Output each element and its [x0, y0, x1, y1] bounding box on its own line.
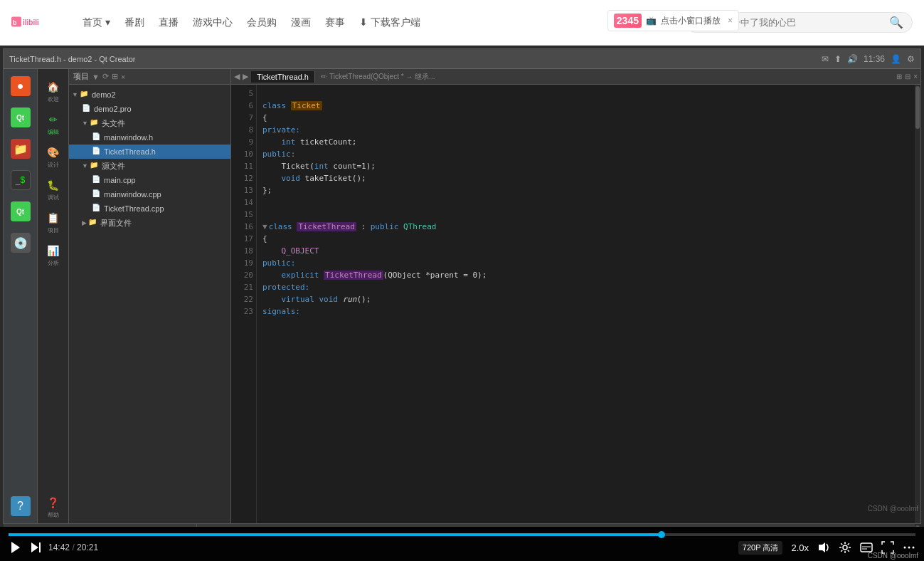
- qt2-icon-btn[interactable]: Qt: [6, 197, 35, 226]
- code-line-16: ▼class TicketThread : public QThread: [262, 221, 909, 233]
- editor-nav-back[interactable]: ◀: [234, 72, 240, 81]
- tree-item-ticketthread-cpp[interactable]: 📄 TicketThread.cpp: [69, 201, 230, 216]
- folder-icon-headers: 📁: [90, 118, 100, 128]
- play-button[interactable]: [9, 540, 23, 555]
- qt-project-tree: 项目 ▼ ⟳ ⊞ × ▼ 📁 demo2: [69, 69, 231, 523]
- editor-scroll-thumb: [915, 86, 920, 129]
- close-editor-icon[interactable]: ×: [913, 73, 918, 80]
- qt-icon-btn[interactable]: Qt: [6, 103, 35, 132]
- editor-nav-forward[interactable]: ▶: [243, 72, 248, 81]
- nav-esports[interactable]: 赛事: [325, 16, 345, 29]
- tree-label-mainwindow-h: mainwindow.h: [104, 133, 153, 142]
- mini-close-button[interactable]: ×: [728, 16, 733, 26]
- svg-text:ilibili: ilibili: [23, 18, 39, 26]
- svg-point-12: [908, 547, 910, 549]
- folder-icon-demo2: 📁: [80, 90, 90, 100]
- folder-icon-sources: 📁: [90, 161, 100, 171]
- nav-vip[interactable]: 会员购: [247, 16, 277, 29]
- audio-icon: 🔊: [847, 54, 858, 64]
- output-tab-bar: 应用程序输出 ▼ ◀ ▶ ▶ ■ ⏺ ⬆ ×: [197, 524, 915, 527]
- nav-manga[interactable]: 漫画: [291, 16, 311, 29]
- editor-toolbar: ⊞ ⊟ ×: [896, 73, 918, 80]
- quality-button[interactable]: 720P 高清: [738, 541, 783, 555]
- open-docs-header: 打开文档 ▼ ⊞ ×: [4, 524, 196, 527]
- tree-item-ui[interactable]: ▶ 📁 界面文件: [69, 216, 230, 230]
- mode-welcome-label: 欢迎: [48, 95, 59, 103]
- file-manager-icon-btn[interactable]: 📁: [6, 135, 35, 163]
- tree-item-main-cpp[interactable]: 📄 main.cpp: [69, 173, 230, 187]
- speed-button[interactable]: 2.0x: [791, 542, 809, 553]
- mini-player-badge[interactable]: 2345 📺 点击小窗口播放 ×: [607, 10, 739, 31]
- time-total: 20:21: [77, 542, 98, 552]
- sync-icon[interactable]: ⟳: [102, 72, 109, 81]
- code-line-15: [262, 209, 909, 221]
- svg-marker-6: [819, 542, 825, 552]
- mode-edit[interactable]: ✏ 编辑: [41, 108, 66, 139]
- nav-drama[interactable]: 番剧: [124, 16, 144, 29]
- breadcrumb-text: TicketThread(QObject * → 继承...: [329, 72, 435, 82]
- time-display: 14:42 / 20:21: [48, 542, 98, 552]
- filter-icon[interactable]: ▼: [92, 73, 100, 81]
- editor-tab-ticketthread-h[interactable]: TicketThread.h: [251, 71, 315, 83]
- tree-item-mainwindow-h[interactable]: 📄 mainwindow.h: [69, 130, 230, 145]
- close-tree-icon[interactable]: ×: [121, 73, 125, 81]
- tree-item-demo2[interactable]: ▼ 📁 demo2: [69, 88, 230, 102]
- code-text[interactable]: class Ticket { private: int ticketCount;…: [257, 85, 915, 523]
- tree-item-mainwindow-cpp[interactable]: 📄 mainwindow.cpp: [69, 187, 230, 201]
- mini-badge-number: 2345: [614, 14, 642, 28]
- mode-welcome[interactable]: 🏠 欢迎: [41, 75, 66, 106]
- controls-row: 14:42 / 20:21 720P 高清 2.0x: [0, 540, 924, 555]
- mode-project[interactable]: 📋 项目: [41, 206, 66, 237]
- tree-item-ticketthread-h[interactable]: 📄 TicketThread.h: [69, 145, 230, 159]
- h-file-icon-mainwindow: 📄: [92, 132, 102, 142]
- code-line-14: [262, 196, 909, 209]
- open-docs-title: 打开文档: [8, 526, 39, 527]
- help-icon-btn[interactable]: ?: [6, 492, 35, 520]
- progress-filled: [9, 533, 662, 536]
- cpp-file-icon-mainwindow: 📄: [92, 189, 102, 199]
- volume-button[interactable]: [817, 541, 830, 554]
- qt-main-area: ● Qt 📁 _$ Qt: [4, 69, 920, 523]
- code-line-13: };: [262, 184, 909, 196]
- svg-point-11: [904, 547, 906, 549]
- nav-home[interactable]: 首页 ▾: [83, 16, 110, 29]
- disc-icon-btn[interactable]: 💿: [6, 229, 35, 257]
- terminal-icon-btn[interactable]: _$: [6, 166, 35, 194]
- mode-debug[interactable]: 🐛 调试: [41, 173, 66, 204]
- output-scrollbar[interactable]: [915, 524, 920, 527]
- qt-titlebar: TicketThread.h - demo2 - Qt Creator ✉ ⬆ …: [4, 49, 920, 69]
- source-watermark: CSDN @ooolmf: [868, 552, 918, 560]
- editor-scrollbar[interactable]: [915, 85, 920, 523]
- bilibili-logo[interactable]: b ilibili: [11, 10, 68, 36]
- settings-button[interactable]: [839, 541, 851, 554]
- nav-live[interactable]: 直播: [159, 16, 179, 29]
- output-scroll-thumb: [915, 525, 920, 527]
- tree-item-demo2pro[interactable]: 📄 demo2.pro: [69, 102, 230, 116]
- code-line-22: virtual void run();: [262, 293, 909, 305]
- progress-bar[interactable]: [9, 533, 915, 536]
- video-controls: 14:42 / 20:21 720P 高清 2.0x: [0, 527, 924, 561]
- code-line-20: explicit TicketThread(QObject *parent = …: [262, 269, 909, 281]
- ubuntu-icon-btn[interactable]: ●: [6, 72, 35, 100]
- tree-arrow-demo2: ▼: [72, 91, 78, 98]
- code-line-6: class Ticket: [262, 100, 909, 112]
- code-line-23: signals:: [262, 305, 909, 318]
- mode-design[interactable]: 🎨 设计: [41, 140, 66, 172]
- nav-download[interactable]: ⬇ 下载客户端: [359, 16, 420, 29]
- search-icon[interactable]: 🔍: [889, 16, 903, 29]
- project-icon: 📋: [45, 209, 62, 226]
- nav-game[interactable]: 游戏中心: [193, 16, 233, 29]
- code-line-10: public:: [262, 148, 909, 160]
- mode-analyze[interactable]: 📊 分析: [41, 238, 66, 270]
- tree-item-sources[interactable]: ▼ 📁 源文件: [69, 159, 230, 173]
- tree-item-headers[interactable]: ▼ 📁 头文件: [69, 116, 230, 130]
- next-button[interactable]: [30, 542, 41, 553]
- split-icon[interactable]: ⊞: [112, 72, 118, 81]
- mode-help[interactable]: ❓ 帮助: [41, 491, 66, 522]
- split-editor-icon[interactable]: ⊟: [905, 73, 910, 80]
- qt-sidebar: ● Qt 📁 _$ Qt: [4, 69, 38, 523]
- ubuntu-icon: ●: [11, 76, 31, 96]
- fold-icon[interactable]: ⊞: [896, 73, 902, 80]
- h-file-icon-ticket: 📄: [92, 147, 102, 157]
- disc-icon: 💿: [11, 233, 31, 253]
